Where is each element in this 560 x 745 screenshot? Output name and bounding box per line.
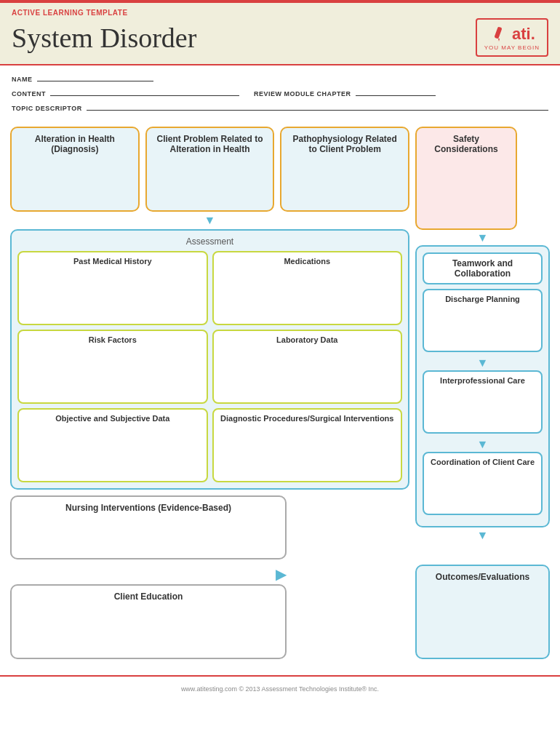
arrow-between-teamwork-2: ▼ [423, 438, 543, 451]
name-row: NAME [12, 71, 548, 83]
outcomes-title: Outcomes/Evaluations [423, 572, 543, 582]
nursing-interventions-content [17, 516, 279, 552]
arrows-row-top: ▼ [10, 213, 409, 228]
content-area: Alteration in Health (Diagnosis) Client … [10, 127, 550, 659]
interprofessional-care-title: Interprofessional Care [428, 376, 537, 385]
review-label: REVIEW MODULE CHAPTER [254, 90, 351, 97]
objective-subjective-title: Objective and Subjective Data [23, 414, 202, 423]
footer: www.atitesting.com © 2013 Assessment Tec… [0, 675, 560, 698]
alteration-box: Alteration in Health (Diagnosis) [10, 127, 140, 212]
arrow-between-teamwork-1: ▼ [423, 356, 543, 370]
teamwork-header: Teamwork and Collaboration [423, 252, 543, 284]
name-label: NAME [12, 76, 33, 83]
pathophysiology-box: Pathophysiology Related to Client Proble… [280, 127, 409, 212]
pathophysiology-title: Pathophysiology Related to Client Proble… [287, 134, 402, 154]
risk-factors-title: Risk Factors [23, 335, 202, 344]
risk-factors-cell: Risk Factors [17, 330, 208, 404]
ati-logo-sub: YOU MAY BEGIN [484, 44, 540, 51]
top-three-boxes: Alteration in Health (Diagnosis) Client … [10, 127, 409, 212]
ati-logo-text: ati. [512, 25, 535, 44]
client-education-title: Client Education [17, 591, 279, 602]
topic-input-line[interactable] [87, 100, 548, 111]
nursing-interventions-title: Nursing Interventions (Evidence-Based) [17, 503, 279, 513]
diagnostic-procedures-title: Diagnostic Procedures/Surgical Intervent… [218, 414, 397, 423]
svg-rect-0 [494, 26, 502, 39]
arrow-cell-2: ▼ [145, 213, 275, 228]
teamwork-container: Teamwork and Collaboration Discharge Pla… [415, 245, 550, 527]
client-problem-title: Client Problem Related to Alteration in … [153, 134, 268, 154]
past-medical-history-cell: Past Medical History [17, 251, 208, 325]
client-education-box: Client Education [10, 584, 287, 659]
medications-content [218, 268, 397, 319]
header-row: System Disorder ati. YOU MAY BEGIN [12, 18, 548, 57]
coordination-content [428, 469, 537, 509]
left-main: Alteration in Health (Diagnosis) Client … [10, 127, 409, 659]
arrow-right-icon: ▶ [276, 565, 287, 583]
bottom-left-boxes: Nursing Interventions (Evidence-Based) ▶… [10, 495, 287, 659]
past-medical-history-content [23, 268, 202, 319]
form-section: NAME CONTENT REVIEW MODULE CHAPTER TOPIC… [0, 65, 560, 118]
interprofessional-care-content [428, 388, 537, 428]
arrow-from-pathophysiology: ▼ [415, 231, 550, 244]
safety-title: Safety Considerations [423, 134, 510, 154]
ati-logo: ati. YOU MAY BEGIN [476, 18, 548, 57]
name-input-line[interactable] [37, 71, 153, 81]
risk-factors-content [23, 347, 202, 398]
arrow-to-outcomes: ▼ [415, 529, 550, 542]
page-title: System Disorder [12, 22, 196, 54]
objective-subjective-content [23, 426, 202, 477]
client-problem-box: Client Problem Related to Alteration in … [145, 127, 275, 212]
objective-subjective-cell: Objective and Subjective Data [17, 408, 208, 482]
safety-content [423, 157, 510, 223]
arrow-cell-1 [10, 213, 140, 228]
content-row: CONTENT REVIEW MODULE CHAPTER [12, 86, 548, 97]
medications-cell: Medications [212, 251, 403, 325]
discharge-planning-box: Discharge Planning [423, 289, 543, 352]
coordination-title: Coordination of Client Care [428, 458, 537, 466]
past-medical-history-title: Past Medical History [23, 257, 202, 266]
svg-marker-1 [498, 39, 500, 41]
nursing-interventions-box: Nursing Interventions (Evidence-Based) [10, 495, 287, 559]
safety-considerations-box: Safety Considerations [415, 127, 517, 230]
medications-title: Medications [218, 257, 397, 266]
assessment-container: Assessment Past Medical History Medicati… [10, 229, 409, 490]
discharge-planning-content [428, 306, 537, 346]
laboratory-data-content [218, 347, 397, 398]
assessment-label: Assessment [17, 236, 402, 247]
active-learning-label: ACTIVE LEARNING TEMPLATE [12, 9, 548, 17]
assessment-grid: Past Medical History Medications Risk Fa… [17, 251, 402, 482]
alteration-title: Alteration in Health (Diagnosis) [17, 134, 132, 154]
content-input-line[interactable] [50, 86, 239, 96]
bottom-row: Nursing Interventions (Evidence-Based) ▶… [10, 495, 409, 659]
content-label: CONTENT [12, 90, 46, 97]
alteration-content [17, 157, 132, 204]
diagnostic-procedures-content [218, 426, 397, 477]
coordination-client-care-box: Coordination of Client Care [423, 452, 543, 515]
laboratory-data-title: Laboratory Data [218, 335, 397, 344]
arrow-cell-3 [280, 213, 409, 228]
client-education-content [17, 605, 279, 652]
review-input-line[interactable] [356, 86, 436, 96]
laboratory-data-cell: Laboratory Data [212, 330, 403, 404]
diagnostic-procedures-cell: Diagnostic Procedures/Surgical Intervent… [212, 408, 403, 482]
interprofessional-care-box: Interprofessional Care [423, 370, 543, 434]
nursing-arrow-row: ▶ [10, 565, 287, 583]
right-column: Safety Considerations ▼ Teamwork and Col… [415, 127, 550, 659]
header-section: ACTIVE LEARNING TEMPLATE System Disorder… [0, 3, 560, 65]
client-problem-content [153, 157, 268, 204]
main-content: Alteration in Health (Diagnosis) Client … [0, 118, 560, 668]
topic-row: TOPIC DESCRIPTOR [12, 100, 548, 112]
pencil-icon [489, 24, 509, 44]
pathophysiology-content [287, 157, 402, 204]
discharge-planning-title: Discharge Planning [428, 295, 537, 303]
footer-text: www.atitesting.com © 2013 Assessment Tec… [181, 685, 379, 693]
outcomes-evaluations-box: Outcomes/Evaluations [415, 565, 550, 659]
teamwork-title: Teamwork and Collaboration [452, 258, 513, 279]
topic-label: TOPIC DESCRIPTOR [12, 105, 82, 112]
